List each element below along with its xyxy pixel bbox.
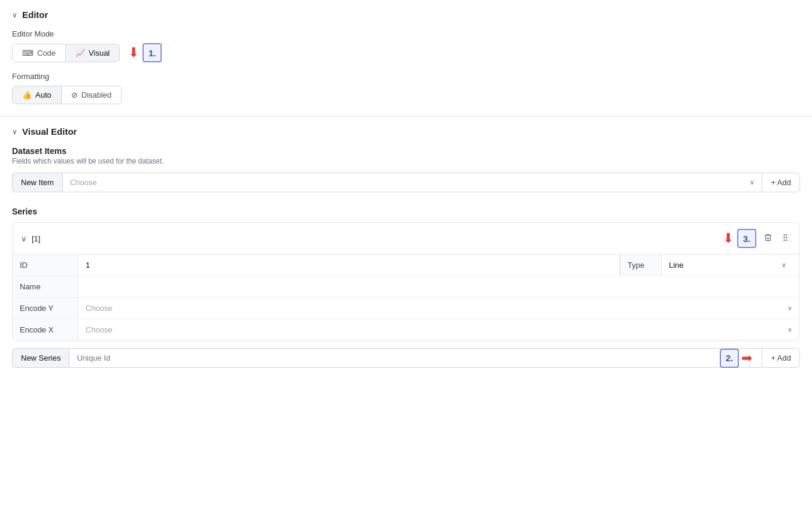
id-section: ID xyxy=(13,255,620,276)
encode-y-chevron-icon: ∨ xyxy=(787,304,792,312)
series-delete-button[interactable] xyxy=(762,232,774,245)
dataset-add-button[interactable]: + Add xyxy=(762,173,800,192)
auto-format-button[interactable]: 👍 Auto xyxy=(13,86,62,104)
id-type-row: ID Type Line ∨ xyxy=(13,255,799,276)
visual-mode-button[interactable]: 📈 Visual xyxy=(66,44,119,62)
type-label: Type xyxy=(620,255,662,276)
annotation-3: ⬇ 3. xyxy=(723,229,756,248)
dataset-items-label: Dataset Items xyxy=(12,146,800,156)
disabled-format-button[interactable]: ⊘ Disabled xyxy=(62,86,122,104)
editor-mode-label: Editor Mode xyxy=(12,29,800,38)
badge-2: 2. xyxy=(720,349,739,368)
dataset-choose-dropdown[interactable]: Choose ∨ xyxy=(62,173,762,192)
visual-editor-header[interactable]: ∨ Visual Editor xyxy=(12,126,800,137)
chart-icon: 📈 xyxy=(75,49,85,58)
svg-point-1 xyxy=(784,237,784,238)
thumbsup-icon: 👍 xyxy=(22,90,32,99)
series-drag-handle[interactable] xyxy=(780,232,791,245)
new-series-add-button[interactable]: + Add xyxy=(762,348,800,368)
editor-section: ∨ Editor Editor Mode ⌨ Code 📈 Visual ⬇ 1… xyxy=(0,0,812,117)
editor-section-header[interactable]: ∨ Editor xyxy=(12,10,800,20)
editor-mode-group: Editor Mode ⌨ Code 📈 Visual ⬇ 1. xyxy=(12,29,800,62)
annotation-2: 2. ➡ xyxy=(720,349,752,368)
name-row: Name xyxy=(13,276,799,298)
svg-point-3 xyxy=(786,235,787,235)
editor-chevron-icon: ∨ xyxy=(12,11,17,19)
series-container: ∨ [1] ⬇ 3. xyxy=(12,222,800,341)
svg-point-5 xyxy=(786,240,787,240)
name-value-field xyxy=(78,276,799,297)
series-header-right: ⬇ 3. xyxy=(723,229,791,248)
encode-y-field: Choose ∨ xyxy=(78,298,799,319)
visual-editor-title: Visual Editor xyxy=(22,126,77,137)
badge-1: 1. xyxy=(143,43,162,62)
series-group: Series ∨ [1] ⬇ 3. xyxy=(12,207,800,368)
encode-y-placeholder: Choose xyxy=(86,304,113,313)
type-select[interactable]: Line ∨ xyxy=(669,261,786,270)
encode-x-field: Choose ∨ xyxy=(78,319,799,340)
annotation-1: ⬇ 1. xyxy=(128,43,162,62)
encode-x-placeholder: Choose xyxy=(86,325,113,334)
series-header: ∨ [1] ⬇ 3. xyxy=(13,223,799,255)
arrow-down-icon-1: ⬇ xyxy=(128,46,139,59)
encode-x-chevron-icon: ∨ xyxy=(787,326,792,334)
code-mode-button[interactable]: ⌨ Code xyxy=(13,44,66,62)
id-label: ID xyxy=(13,255,78,276)
new-series-input[interactable] xyxy=(69,348,762,368)
series-title: [1] xyxy=(32,234,40,243)
editor-mode-buttons: ⌨ Code 📈 Visual xyxy=(12,44,120,62)
series-header-left: ∨ [1] xyxy=(21,234,40,243)
encode-y-label: Encode Y xyxy=(13,298,78,319)
dataset-items-group: Dataset Items Fields which values will b… xyxy=(12,146,800,192)
svg-point-2 xyxy=(784,240,784,240)
formatting-label: Formatting xyxy=(12,72,800,81)
name-input[interactable] xyxy=(86,282,792,291)
type-chevron-icon: ∨ xyxy=(781,261,786,269)
type-select-wrapper: Line ∨ xyxy=(662,255,793,276)
formatting-group: Formatting 👍 Auto ⊘ Disabled xyxy=(12,72,800,104)
new-item-row: New Item Choose ∨ + Add xyxy=(12,173,800,192)
series-body: ID Type Line ∨ xyxy=(13,255,799,340)
encode-y-row: Encode Y Choose ∨ xyxy=(13,298,799,319)
id-input[interactable] xyxy=(86,261,612,270)
badge-3: 3. xyxy=(737,229,756,248)
new-series-button[interactable]: New Series xyxy=(12,348,69,368)
toggle-off-icon: ⊘ xyxy=(71,90,78,99)
new-item-button[interactable]: New Item xyxy=(12,173,62,192)
name-label: Name xyxy=(13,276,78,297)
arrow-down-icon-3: ⬇ xyxy=(723,232,734,245)
visual-editor-chevron-icon: ∨ xyxy=(12,128,17,136)
formatting-buttons: 👍 Auto ⊘ Disabled xyxy=(12,86,122,104)
encode-x-row: Encode X Choose ∨ xyxy=(13,319,799,340)
code-icon: ⌨ xyxy=(22,49,34,58)
svg-point-4 xyxy=(786,237,787,238)
editor-section-title: Editor xyxy=(22,10,48,20)
new-series-row: New Series 2. ➡ + Add xyxy=(12,348,800,368)
dataset-items-desc: Fields which values will be used for the… xyxy=(12,157,800,165)
arrow-right-icon-2: ➡ xyxy=(741,352,752,365)
series-label: Series xyxy=(12,207,800,216)
encode-x-label: Encode X xyxy=(13,319,78,340)
svg-point-0 xyxy=(784,235,784,235)
series-chevron-icon: ∨ xyxy=(21,234,27,243)
type-section: Type Line ∨ xyxy=(620,255,799,276)
type-value: Line xyxy=(669,261,684,270)
choose-dropdown-chevron: ∨ xyxy=(750,179,755,186)
id-value-field xyxy=(78,255,619,276)
visual-editor-section: ∨ Visual Editor Dataset Items Fields whi… xyxy=(0,117,812,380)
choose-dropdown-text: Choose xyxy=(70,178,750,187)
